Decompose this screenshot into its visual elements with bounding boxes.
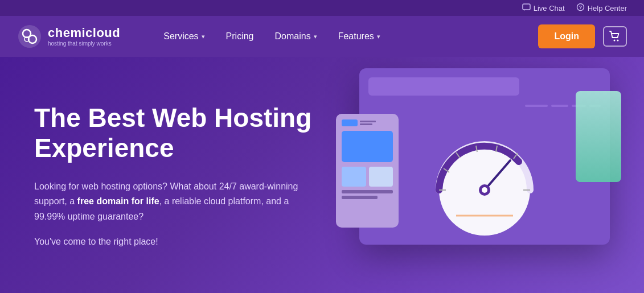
nav-services-label: Services — [163, 31, 198, 42]
logo-icon — [17, 24, 42, 49]
nav-links: Services ▾ Pricing Domains ▾ Features ▾ — [154, 27, 538, 46]
mobile-bar-1 — [342, 190, 393, 193]
nav-domains[interactable]: Domains ▾ — [266, 27, 326, 46]
svg-point-19 — [482, 187, 487, 193]
nav-features[interactable]: Features ▾ — [329, 27, 389, 46]
chat-icon — [522, 3, 531, 13]
svg-point-8 — [617, 40, 619, 42]
main-navbar: chemicloud hosting that simply works Ser… — [0, 16, 644, 57]
logo[interactable]: chemicloud hosting that simply works — [17, 24, 120, 49]
services-chevron-icon: ▾ — [202, 33, 205, 40]
top-bar: Live Chat ? Help Center — [0, 0, 644, 16]
login-button[interactable]: Login — [538, 24, 595, 48]
nav-services[interactable]: Services ▾ — [154, 27, 214, 46]
nav-pricing[interactable]: Pricing — [217, 27, 263, 46]
mobile-bar-2 — [342, 196, 378, 199]
nav-right: Login — [538, 24, 627, 48]
mobile-lines — [360, 121, 376, 125]
dash-2 — [551, 105, 568, 107]
dash-1 — [525, 105, 548, 107]
hero-section: The Best Web Hosting Experience Looking … — [0, 57, 644, 293]
mobile-line-2 — [360, 123, 372, 125]
cart-button[interactable] — [603, 26, 627, 47]
hero-subtitle-bold: free domain for life — [77, 196, 159, 206]
svg-text:?: ? — [579, 5, 582, 10]
svg-rect-0 — [523, 4, 530, 10]
mobile-blue-rect — [342, 119, 358, 126]
svg-point-7 — [614, 40, 616, 42]
green-accent-decoration — [576, 91, 621, 182]
cart-icon — [609, 30, 621, 43]
help-center-label: Help Center — [588, 4, 627, 13]
logo-name: chemicloud — [48, 26, 120, 40]
hero-title: The Best Web Hosting Experience — [34, 103, 330, 163]
nav-domains-label: Domains — [275, 31, 311, 42]
features-chevron-icon: ▾ — [377, 33, 380, 40]
mobile-small-blocks — [342, 167, 393, 187]
browser-address-bar — [368, 77, 519, 96]
browser-dashes — [368, 105, 601, 107]
mobile-sm-block-1 — [342, 167, 366, 187]
live-chat-link[interactable]: Live Chat — [522, 3, 565, 13]
hero-subtitle: Looking for web hosting options? What ab… — [34, 179, 313, 224]
hero-note: You've come to the right place! — [34, 237, 330, 247]
nav-pricing-label: Pricing — [226, 31, 254, 42]
mobile-line-1 — [360, 121, 376, 122]
nav-features-label: Features — [338, 31, 374, 42]
speedometer-graphic — [422, 122, 547, 236]
help-center-link[interactable]: ? Help Center — [576, 3, 627, 13]
help-icon: ? — [576, 3, 585, 13]
hero-content: The Best Web Hosting Experience Looking … — [34, 103, 330, 247]
domains-chevron-icon: ▾ — [314, 33, 317, 40]
mobile-sm-block-2 — [369, 167, 393, 187]
hero-mobile-card — [336, 114, 399, 228]
mobile-big-block — [342, 131, 393, 162]
live-chat-label: Live Chat — [534, 4, 565, 13]
mobile-header — [342, 119, 393, 126]
logo-tagline: hosting that simply works — [48, 40, 120, 47]
logo-text: chemicloud hosting that simply works — [48, 26, 120, 46]
